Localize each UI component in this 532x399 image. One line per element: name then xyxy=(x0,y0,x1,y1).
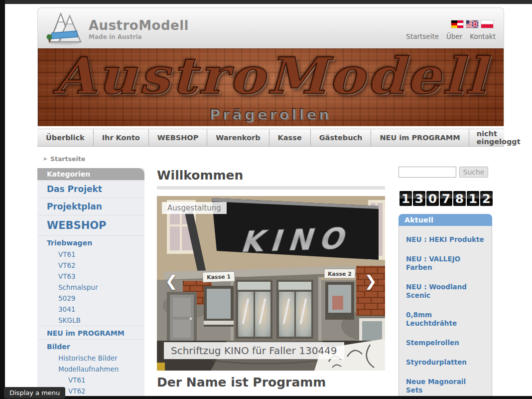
carousel-category-label: Ausgestaltung xyxy=(162,202,227,214)
nav-warenkorb[interactable]: Warenkorb xyxy=(207,129,269,146)
login-status: nicht eingeloggt xyxy=(469,129,528,146)
carousel-caption: Schriftzug KINO für Faller 130449 xyxy=(164,342,344,359)
nav-kasse[interactable]: Kasse xyxy=(269,129,311,146)
german-austrian-flag-icon[interactable] xyxy=(451,20,464,28)
carousel-prev-icon[interactable]: ❮ xyxy=(163,271,180,291)
top-header: AustroModell Made in Austria xyxy=(37,7,504,48)
aktuell-link-heki[interactable]: NEU : HEKI Produkte xyxy=(399,230,492,249)
kino-sign-text: KINO xyxy=(240,221,352,259)
aktuell-link-woodland[interactable]: NEU : Woodland Scenic xyxy=(399,277,492,305)
sidebar-item-schmalspur[interactable]: Schmalspur xyxy=(37,282,144,293)
counter-digit: 1 xyxy=(399,191,412,206)
title-rule xyxy=(157,186,385,190)
brick-banner: AustroModell Prägerollen xyxy=(37,48,504,126)
search-input[interactable] xyxy=(399,167,456,178)
main-nav: Überblick Ihr Konto WEBSHOP Warenkorb Ka… xyxy=(37,129,504,147)
svg-text:Kasse 1: Kasse 1 xyxy=(207,273,231,281)
english-flag-icon[interactable] xyxy=(466,20,479,28)
header-link-kontakt[interactable]: Kontakt xyxy=(470,32,496,40)
logo-link[interactable]: AustroModell Made in Austria xyxy=(46,11,170,47)
sidebar-item-vt63[interactable]: VT63 xyxy=(37,271,144,282)
header-link-ueber[interactable]: Über xyxy=(446,32,462,40)
kasse2-sign: Kasse 2 xyxy=(324,269,355,278)
mountain-train-logo-icon xyxy=(46,11,83,48)
aktuell-link-styrodur[interactable]: Styrodurplatten xyxy=(399,353,492,372)
window-edge-top xyxy=(0,0,532,4)
counter-digit: 3 xyxy=(413,191,425,206)
logo-text: AustroModell Made in Austria xyxy=(89,18,189,40)
side-door xyxy=(167,292,197,344)
main-column: Willkommen xyxy=(157,168,385,190)
sidebar-item-triebwagen[interactable]: Triebwagen xyxy=(37,235,144,249)
entrance-door-left xyxy=(236,280,272,339)
sidebar-item-skglb[interactable]: SKGLB xyxy=(37,315,144,326)
aktuell-link-vallejo[interactable]: NEU : VALLEJO Farben xyxy=(399,249,492,277)
categories-sidebar: Kategorien Das Projekt Projektplan WEBSH… xyxy=(37,168,144,399)
sidebar-item-bilder-vt61[interactable]: VT61 xyxy=(37,375,144,386)
page: AustroModell Made in Austria xyxy=(0,0,532,399)
sidebar-item-3041[interactable]: 3041 xyxy=(37,304,144,315)
breadcrumb-arrow-icon: ▶ xyxy=(44,156,47,161)
aktuell-link-magnorail[interactable]: Neue Magnorail Sets xyxy=(399,372,492,399)
nav-gaestebuch[interactable]: Gästebuch xyxy=(311,129,372,146)
logo-title: AustroModell xyxy=(89,18,189,33)
counter-digit: 2 xyxy=(480,191,493,206)
search-row: Suche xyxy=(399,167,496,178)
aktuell-link-leuchtdraehte[interactable]: 0,8mm Leuchtdrähte xyxy=(399,305,492,333)
sidebar-item-vt62[interactable]: VT62 xyxy=(37,260,144,271)
svg-text:Kasse 2: Kasse 2 xyxy=(328,271,352,277)
window-edge-bottom xyxy=(0,396,532,399)
sidebar-item-das-projekt[interactable]: Das Projekt xyxy=(37,180,144,198)
banner-title: AustroModell xyxy=(37,48,504,105)
search-button[interactable]: Suche xyxy=(459,167,488,178)
visitor-counter: 1 3 0 7 8 1 2 xyxy=(399,191,493,206)
breadcrumb-startseite[interactable]: Startseite xyxy=(50,155,85,163)
right-column: Suche 1 3 0 7 8 1 2 Aktuell NEU : HEKI P… xyxy=(399,167,496,178)
sidebar-item-vt61[interactable]: VT61 xyxy=(37,249,144,260)
kasse1-sign: Kasse 1 xyxy=(203,271,235,282)
breadcrumb: ▶ Startseite xyxy=(37,150,504,168)
counter-digit: 0 xyxy=(426,191,439,206)
logo-subtitle: Made in Austria xyxy=(89,33,189,40)
section-title: Der Name ist Programm xyxy=(157,375,326,390)
counter-digit: 1 xyxy=(467,191,479,206)
image-carousel: KINO xyxy=(157,196,385,371)
display-a-menu-tooltip: Display a menu xyxy=(4,387,65,399)
nav-ueberblick[interactable]: Überblick xyxy=(37,129,94,146)
aktuell-link-stempelrollen[interactable]: Stempelrollen xyxy=(399,333,492,353)
sidebar-item-historische-bilder[interactable]: Historische Bilder xyxy=(37,353,144,364)
entrance-door-right xyxy=(276,280,313,339)
aktuell-body: NEU : HEKI Produkte NEU : VALLEJO Farben… xyxy=(399,226,492,399)
language-flags xyxy=(451,20,494,28)
carousel-next-icon[interactable]: ❯ xyxy=(362,271,379,291)
nav-neu-im-programm[interactable]: NEU im PROGRAMM xyxy=(371,129,469,146)
counter-digit: 7 xyxy=(440,191,452,206)
counter-digit: 8 xyxy=(453,191,466,206)
window-edge-left xyxy=(0,0,5,399)
sidebar-item-webshop[interactable]: WEBSHOP xyxy=(37,215,144,235)
sidebar-item-neu-im-programm[interactable]: NEU im PROGRAMM xyxy=(37,326,144,339)
banner-subtitle: Prägerollen xyxy=(38,106,504,123)
sidebar-item-modellaufnahmen[interactable]: Modellaufnahmen xyxy=(37,364,144,375)
sidebar-item-5029[interactable]: 5029 xyxy=(37,293,144,304)
nav-webshop[interactable]: WEBSHOP xyxy=(149,129,207,146)
sidebar-item-bilder[interactable]: Bilder xyxy=(37,339,144,353)
header-link-startseite[interactable]: Startseite xyxy=(406,32,439,40)
page-title: Willkommen xyxy=(157,168,385,183)
header-links: Startseite Über Kontakt xyxy=(406,32,496,40)
aktuell-box: Aktuell NEU : HEKI Produkte NEU : VALLEJ… xyxy=(399,214,492,399)
aktuell-header: Aktuell xyxy=(399,214,492,226)
nav-ihr-konto[interactable]: Ihr Konto xyxy=(94,129,149,146)
polish-flag-icon[interactable] xyxy=(481,20,494,28)
sidebar-header: Kategorien xyxy=(37,168,144,180)
sidebar-item-projektplan[interactable]: Projektplan xyxy=(37,198,144,215)
